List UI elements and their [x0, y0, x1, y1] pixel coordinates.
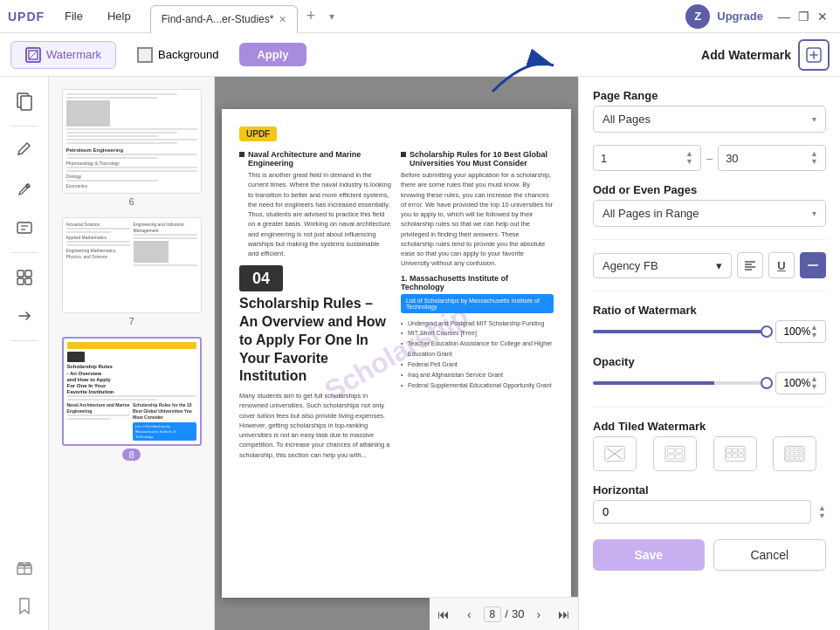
page-range-section: Page Range All Pages ▾ [593, 89, 826, 133]
page-header: UPDF [239, 127, 554, 141]
tab-current[interactable]: Find-and-A...er-Studies* × [150, 5, 298, 33]
scholarship-list: Undergrad and Postgrad MIT Scholarship F… [401, 318, 554, 391]
page-document: UPDF Naval Architecture and Marine Engin… [222, 109, 571, 598]
range-start-down[interactable]: ▼ [685, 158, 693, 166]
apply-label: Apply [257, 48, 288, 61]
schol-item-4: Federal Pell Grant [401, 360, 554, 370]
save-to-cloud-btn[interactable] [798, 39, 830, 71]
thumb-num-6: 6 [128, 196, 134, 207]
toolbar-right: Add Watermark [701, 39, 830, 71]
underline-btn[interactable]: U [768, 252, 795, 278]
opacity-slider-track[interactable] [593, 381, 767, 385]
maximize-btn[interactable]: ❐ [796, 10, 810, 24]
tiled-section: Add Tiled Watermark [593, 420, 826, 471]
background-icon [137, 47, 153, 63]
menu-help[interactable]: Help [95, 0, 143, 33]
tab-chevron-btn[interactable]: ▾ [324, 10, 340, 23]
tiled-btn-2x2[interactable] [653, 436, 697, 471]
svg-rect-33 [738, 449, 743, 452]
range-end-stepper: ▲ ▼ [810, 150, 818, 166]
sidebar-icon-annotate[interactable] [7, 172, 42, 207]
close-btn[interactable]: ✕ [816, 10, 830, 24]
thumb-img-7: Actuarial Science Applied Mathematics En… [62, 217, 202, 313]
odd-even-label: Odd or Even Pages [593, 183, 826, 196]
font-family-dropdown[interactable]: Agency FB ▾ [593, 253, 732, 278]
svg-rect-40 [795, 448, 798, 450]
ratio-slider-track[interactable] [593, 330, 767, 333]
user-avatar[interactable]: Z [685, 4, 710, 29]
range-end-input[interactable]: 30 ▲ ▼ [718, 145, 826, 171]
schol-item-2: MIT Short Courses [Free] [401, 328, 554, 339]
tab-bar: Find-and-A...er-Studies* × + ▾ [143, 3, 686, 31]
range-start-value: 1 [601, 152, 607, 165]
panel-divider-1 [593, 239, 826, 240]
thumb-num-7: 7 [128, 316, 134, 326]
toolbar: Watermark Background Apply Add Watermark [0, 33, 840, 77]
prev-page-btn[interactable]: ‹ [462, 606, 477, 623]
tab-close-btn[interactable]: × [279, 12, 286, 26]
sidebar-icon-form[interactable] [7, 210, 42, 245]
opacity-down[interactable]: ▼ [810, 383, 818, 391]
sidebar-icon-pages[interactable] [7, 84, 42, 119]
ratio-slider-thumb[interactable] [761, 325, 773, 338]
first-page-btn[interactable]: ⏮ [432, 606, 455, 623]
opacity-value-box: 100% ▲ ▼ [775, 372, 826, 394]
schol-item-1: Undergrad and Postgrad MIT Scholarship F… [401, 318, 554, 329]
thumbnail-page-8[interactable]: Scholarship Rules- An Overviewand How to… [49, 332, 214, 466]
font-row: Agency FB ▾ U [593, 252, 826, 278]
thumbnail-page-6[interactable]: Petroleum Engineering Pharmacology & Tox… [49, 84, 214, 212]
tiled-btn-4x3[interactable] [773, 436, 816, 471]
horizontal-input[interactable]: 0 [593, 500, 811, 524]
schol-item-3: Teacher Education Assistance for College… [401, 339, 554, 360]
svg-rect-32 [732, 449, 737, 452]
current-page[interactable]: 8 [484, 606, 502, 622]
save-button[interactable]: Save [593, 539, 705, 571]
ratio-section: Ratio of Watermark 100% ▲ ▼ [593, 304, 826, 343]
tab-title: Find-and-A...er-Studies* [162, 13, 274, 25]
sidebar-icon-gift[interactable] [7, 550, 42, 585]
all-pages-dropdown[interactable]: All Pages ▾ [593, 106, 826, 133]
updf-badge: UPDF [239, 127, 277, 141]
svg-rect-12 [17, 278, 24, 284]
odd-even-dropdown[interactable]: All Pages in Range ▾ [593, 200, 826, 227]
menu-file[interactable]: File [52, 0, 95, 33]
horiz-down[interactable]: ▼ [818, 512, 826, 520]
window-controls: — ❐ ✕ [777, 10, 830, 24]
last-page-btn[interactable]: ⏭ [553, 606, 575, 623]
strikethrough-btn[interactable] [800, 252, 826, 278]
thumbnail-panel: Petroleum Engineering Pharmacology & Tox… [49, 77, 215, 630]
ratio-down[interactable]: ▼ [810, 332, 818, 339]
watermark-label: Watermark [46, 48, 101, 61]
upgrade-button[interactable]: Upgrade [717, 10, 763, 23]
align-left-btn[interactable] [737, 252, 763, 278]
sidebar-icon-edit[interactable] [7, 134, 42, 168]
ratio-stepper: ▲ ▼ [810, 324, 818, 339]
ratio-slider-row: 100% ▲ ▼ [593, 320, 826, 343]
svg-rect-36 [738, 454, 743, 457]
range-end-down[interactable]: ▼ [810, 158, 818, 166]
sidebar-icon-organize[interactable] [7, 260, 42, 295]
svg-line-1 [29, 51, 38, 59]
next-page-btn[interactable]: › [531, 606, 546, 623]
new-tab-btn[interactable]: + [298, 7, 325, 25]
background-tab-btn[interactable]: Background [123, 42, 232, 68]
sidebar-divider-3 [11, 340, 38, 341]
tiled-btn-single-diagonal[interactable] [593, 436, 637, 471]
bullet-naval: Naval Architecture and Marine Engineerin… [239, 150, 392, 258]
thumbnail-page-7[interactable]: Actuarial Science Applied Mathematics En… [49, 212, 214, 332]
watermark-tab-btn[interactable]: Watermark [10, 41, 116, 69]
cancel-button[interactable]: Cancel [713, 539, 827, 571]
svg-rect-39 [790, 448, 794, 450]
minimize-btn[interactable]: — [777, 10, 791, 24]
tiled-btn-3x2[interactable] [713, 436, 757, 471]
opacity-slider-thumb[interactable] [761, 377, 773, 389]
odd-even-value: All Pages in Range [602, 207, 699, 220]
range-start-input[interactable]: 1 ▲ ▼ [593, 145, 701, 171]
odd-even-section: Odd or Even Pages All Pages in Range ▾ [593, 183, 826, 227]
opacity-section: Opacity 100% ▲ ▼ [593, 355, 826, 394]
sidebar-icon-convert[interactable] [7, 298, 42, 333]
svg-rect-26 [667, 449, 674, 453]
apply-button[interactable]: Apply [239, 43, 306, 66]
svg-rect-5 [21, 96, 31, 110]
sidebar-icon-bookmark[interactable] [7, 588, 42, 623]
